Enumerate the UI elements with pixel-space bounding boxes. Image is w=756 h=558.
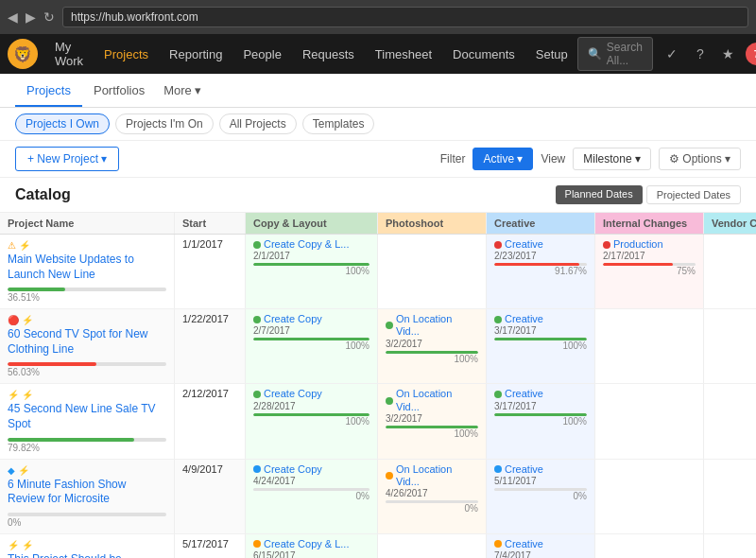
copy-cell-1: Create Copy2/7/2017100% <box>246 309 378 383</box>
creative-pct-1: 100% <box>494 340 587 351</box>
project-name-2[interactable]: 45 Second New Line Sale TV Spot <box>8 402 166 431</box>
copy-milestone-date-3: 4/24/2017 <box>253 476 369 486</box>
copy-status-dot-4 <box>253 540 261 548</box>
photo-milestone-name-1[interactable]: On Location Vid... <box>396 313 478 338</box>
creative-milestone-0: Creative2/23/201791.67% <box>494 238 587 276</box>
copy-milestone-date-1: 2/7/2017 <box>253 325 369 336</box>
lightning-icon: ⚡ <box>22 315 33 325</box>
back-button[interactable]: ◀ <box>8 9 18 25</box>
creative-milestone-2: Creative3/17/2017100% <box>494 388 587 426</box>
date-toggles: Planned Dates Projected Dates <box>556 185 741 204</box>
nav-my-work[interactable]: My Work <box>45 36 93 72</box>
internal-cell-2 <box>595 384 704 458</box>
creative-milestone-name-2[interactable]: Creative <box>505 388 543 400</box>
copy-milestone-4: Create Copy & L...6/15/20170% <box>253 538 369 558</box>
project-name-1[interactable]: 60 Second TV Spot for New Clothing Line <box>8 327 166 357</box>
project-name-0[interactable]: Main Website Updates to Launch New Line <box>8 253 166 282</box>
nav-requests[interactable]: Requests <box>293 44 364 65</box>
project-cell-2: ⚡⚡45 Second New Line Sale TV Spot79.82% <box>0 384 175 458</box>
vendor-cell-3 <box>704 460 756 533</box>
nav-people[interactable]: People <box>233 44 290 65</box>
internal-cell-4 <box>595 534 704 558</box>
photo-pct-1: 100% <box>386 354 478 364</box>
copy-milestone-name-0[interactable]: Create Copy & L... <box>264 238 350 251</box>
creative-milestone-4: Creative7/4/20170% <box>494 538 587 558</box>
creative-status-dot-2 <box>494 391 502 398</box>
table-container: Project Name Start Copy & Layout Photosh… <box>0 213 756 558</box>
photo-cell-1: On Location Vid...3/2/2017100% <box>378 309 487 383</box>
nav-setup[interactable]: Setup <box>526 44 577 65</box>
tab-portfolios[interactable]: Portfolios <box>82 76 156 107</box>
copy-milestone-2: Create Copy2/28/2017100% <box>253 388 369 426</box>
internal-milestone-name-0[interactable]: Production <box>613 238 663 251</box>
copy-milestone-name-4[interactable]: Create Copy & L... <box>264 538 350 550</box>
internal-status-dot-0 <box>603 241 610 249</box>
copy-milestone-name-3[interactable]: Create Copy <box>264 463 322 476</box>
filter-dropdown[interactable]: Active ▾ <box>472 148 533 170</box>
photo-milestone-name-3[interactable]: On Location Vid... <box>396 463 478 488</box>
th-vendor-changes: Vendor Cha... <box>704 213 756 234</box>
copy-milestone-3: Create Copy4/24/20170% <box>253 463 369 501</box>
catalog-header: Catalog Planned Dates Projected Dates <box>0 178 756 213</box>
copy-milestone-date-4: 6/15/2017 <box>253 550 369 558</box>
nav-projects[interactable]: Projects <box>94 44 158 65</box>
lightning-icon: ⚡ <box>19 240 30 251</box>
project-name-4[interactable]: This Project Should be Trashed! <box>8 552 166 558</box>
tab-projects[interactable]: Projects <box>15 76 82 107</box>
th-photoshoot: Photoshoot <box>378 213 487 234</box>
photo-pct-3: 0% <box>386 503 478 514</box>
lightning-icon: ⚡ <box>8 390 19 400</box>
creative-milestone-name-0[interactable]: Creative <box>505 238 543 251</box>
project-name-3[interactable]: 6 Minute Fashion Show Review for Microsi… <box>8 478 166 507</box>
favorites-icon[interactable]: ★ <box>717 43 740 65</box>
toolbar-right: Filter Active ▾ View Milestone ▾ ⚙ Optio… <box>440 148 741 170</box>
creative-milestone-date-0: 2/23/2017 <box>494 251 587 261</box>
project-icons: 🔴⚡ <box>8 315 166 325</box>
filter-projects-on[interactable]: Projects I'm On <box>115 113 214 134</box>
creative-pct-3: 0% <box>494 491 587 501</box>
filter-all-projects[interactable]: All Projects <box>219 113 297 134</box>
photo-cell-0 <box>378 235 487 308</box>
new-project-button[interactable]: + New Project ▾ <box>15 147 119 171</box>
notifications-badge[interactable]: 7 <box>746 43 756 65</box>
projected-dates-toggle[interactable]: Projected Dates <box>646 185 741 204</box>
planned-dates-toggle[interactable]: Planned Dates <box>556 185 643 204</box>
creative-milestone-name-1[interactable]: Creative <box>505 313 543 325</box>
forward-button[interactable]: ▶ <box>26 9 36 25</box>
creative-milestone-name-4[interactable]: Creative <box>505 538 543 550</box>
copy-milestone-name-2[interactable]: Create Copy <box>264 388 322 400</box>
filter-projects-own[interactable]: Projects I Own <box>15 113 110 134</box>
help-icon[interactable]: ? <box>689 43 712 65</box>
nav-documents[interactable]: Documents <box>443 44 524 65</box>
nav-timesheet[interactable]: Timesheet <box>366 44 441 65</box>
top-nav: 🦁 My Work Projects Reporting People Requ… <box>0 34 756 74</box>
tab-more[interactable]: More ▾ <box>156 76 209 105</box>
project-icons: ⚡⚡ <box>8 390 166 400</box>
copy-milestone-name-1[interactable]: Create Copy <box>264 313 322 325</box>
start-cell-1: 1/22/2017 <box>175 309 246 383</box>
lightning-icon: ⚡ <box>8 540 19 550</box>
copy-milestone-0: Create Copy & L...2/1/2017100% <box>253 238 369 276</box>
internal-milestone-0: Production2/17/201775% <box>603 238 696 276</box>
address-bar[interactable]: https://hub.workfront.com <box>62 7 748 27</box>
project-cell-3: ◆⚡6 Minute Fashion Show Review for Micro… <box>0 460 175 533</box>
creative-milestone-name-3[interactable]: Creative <box>505 463 543 476</box>
creative-status-dot-3 <box>494 465 502 473</box>
progress-label-0: 36.51% <box>8 292 166 303</box>
start-cell-4: 5/17/2017 <box>175 534 246 558</box>
creative-milestone-date-4: 7/4/2017 <box>494 550 587 558</box>
checkmark-icon[interactable]: ✓ <box>661 43 683 65</box>
project-cell-1: 🔴⚡60 Second TV Spot for New Clothing Lin… <box>0 309 175 383</box>
options-button[interactable]: ⚙ Options ▾ <box>659 148 741 170</box>
search-bar[interactable]: 🔍 Search All... <box>577 37 653 71</box>
reload-button[interactable]: ↻ <box>43 9 55 25</box>
url-text: https://hub.workfront.com <box>71 10 198 24</box>
filter-templates[interactable]: Templates <box>302 113 375 134</box>
photo-cell-3: On Location Vid...4/26/20170% <box>378 460 487 533</box>
internal-cell-0: Production2/17/201775% <box>595 235 704 308</box>
copy-status-dot-0 <box>253 241 261 249</box>
photo-milestone-name-2[interactable]: On Location Vid... <box>396 388 478 412</box>
nav-reporting[interactable]: Reporting <box>160 44 232 65</box>
creative-milestone-date-1: 3/17/2017 <box>494 325 587 336</box>
view-dropdown[interactable]: Milestone ▾ <box>573 148 651 170</box>
